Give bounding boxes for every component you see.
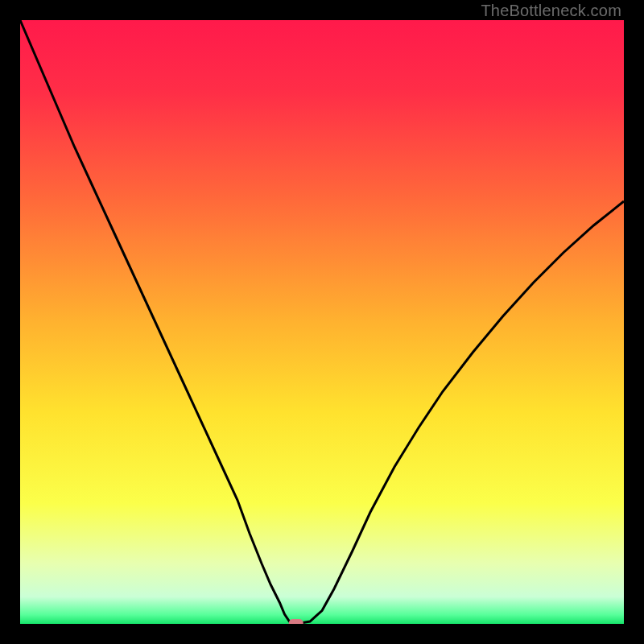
plot-frame: [20, 20, 624, 624]
optimal-point-marker: [289, 619, 303, 624]
bottleneck-chart: [20, 20, 624, 624]
gradient-background: [20, 20, 624, 624]
watermark-text: TheBottleneck.com: [481, 2, 621, 20]
